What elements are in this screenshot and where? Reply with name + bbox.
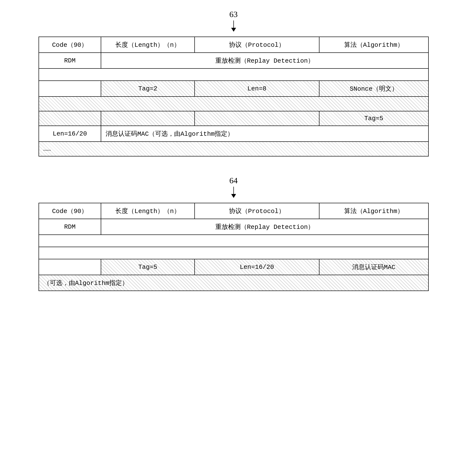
len-value-64: Len=16/20 <box>195 259 319 275</box>
tag5-empty1-63 <box>39 111 101 126</box>
header-protocol-64: 协议（Protocol） <box>195 203 319 219</box>
diagram-container: 63 Code（90） 长度（Length）（n） 协议（Protocol） 算… <box>15 10 452 291</box>
header-row-63: Code（90） 长度（Length）（n） 协议（Protocol） 算法（A… <box>39 37 428 53</box>
header-algorithm-63: 算法（Algorithm） <box>319 37 428 53</box>
figure-64-arrow <box>231 187 236 198</box>
figure-64-label-row: 64 <box>39 176 429 199</box>
rdm-code-63: RDM <box>39 53 101 68</box>
rdm-desc-64: 重放检测（Replay Detection） <box>101 219 428 235</box>
tag5-empty-64 <box>39 259 101 275</box>
empty-row-64a <box>39 235 428 247</box>
ellipsis-row-63: …… <box>39 142 428 156</box>
hatched-row-63 <box>39 97 428 111</box>
tag2-value-63: Tag=2 <box>101 81 195 97</box>
tag5-empty3-63 <box>195 111 319 126</box>
tag5-len-mac-row-64: Tag=5 Len=16/20 消息认证码MAC <box>39 259 428 275</box>
header-algorithm-64: 算法（Algorithm） <box>319 203 428 219</box>
rdm-desc-63: 重放检测（Replay Detection） <box>101 53 428 68</box>
mac-desc-63: 消息认证码MAC（可选，由Algorithm指定） <box>101 126 428 142</box>
rdm-code-64: RDM <box>39 219 101 235</box>
tag5-empty2-63 <box>101 111 195 126</box>
figure-63-block: 63 Code（90） 长度（Length）（n） 协议（Protocol） 算… <box>39 10 429 156</box>
header-protocol-63: 协议（Protocol） <box>195 37 319 53</box>
optional-desc-64: （可选，由Algorithm指定） <box>39 275 428 291</box>
tag2-row-63: Tag=2 Len=8 SNonce（明文） <box>39 81 428 97</box>
rdm-row-63: RDM 重放检测（Replay Detection） <box>39 53 428 68</box>
tag2-empty-63 <box>39 81 101 97</box>
mac-row-63: Len=16/20 消息认证码MAC（可选，由Algorithm指定） <box>39 126 428 142</box>
figure-64-number: 64 <box>230 176 238 185</box>
len-value-63: Len=16/20 <box>39 126 101 142</box>
figure-64-table: Code（90） 长度（Length）（n） 协议（Protocol） 算法（A… <box>39 203 429 291</box>
tag5-row-63: Tag=5 <box>39 111 428 126</box>
optional-row-64: （可选，由Algorithm指定） <box>39 275 428 291</box>
figure-63-table: Code（90） 长度（Length）（n） 协议（Protocol） 算法（A… <box>39 37 429 156</box>
len8-value-63: Len=8 <box>195 81 319 97</box>
header-code-63: Code（90） <box>39 37 101 53</box>
tag5-value-63: Tag=5 <box>319 111 428 126</box>
rdm-row-64: RDM 重放检测（Replay Detection） <box>39 219 428 235</box>
empty-row-63a <box>39 68 428 81</box>
header-length-64: 长度（Length）（n） <box>101 203 195 219</box>
header-code-64: Code（90） <box>39 203 101 219</box>
snonce-value-63: SNonce（明文） <box>319 81 428 97</box>
header-length-63: 长度（Length）（n） <box>101 37 195 53</box>
figure-63-arrow <box>231 21 236 32</box>
figure-63-number: 63 <box>230 10 238 19</box>
figure-64-block: 64 Code（90） 长度（Length）（n） 协议（Protocol） 算… <box>39 176 429 291</box>
empty-row-64b <box>39 247 428 259</box>
figure-63-label-row: 63 <box>39 10 429 33</box>
header-row-64: Code（90） 长度（Length）（n） 协议（Protocol） 算法（A… <box>39 203 428 219</box>
tag5-value-64: Tag=5 <box>101 259 195 275</box>
mac-value-64: 消息认证码MAC <box>319 259 428 275</box>
